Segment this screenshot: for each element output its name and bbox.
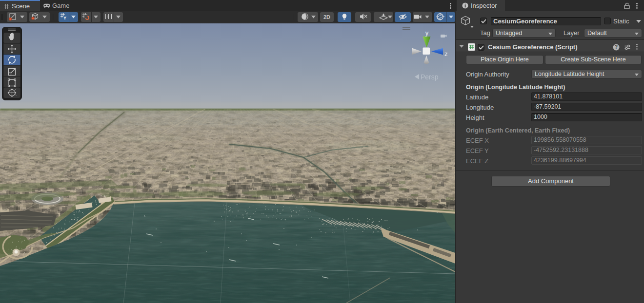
- svg-text:y: y: [425, 29, 429, 37]
- svg-text:z: z: [444, 50, 448, 57]
- svg-text:Y: Y: [63, 16, 66, 20]
- svg-text:Persp: Persp: [421, 73, 439, 81]
- svg-text:?: ?: [615, 44, 618, 50]
